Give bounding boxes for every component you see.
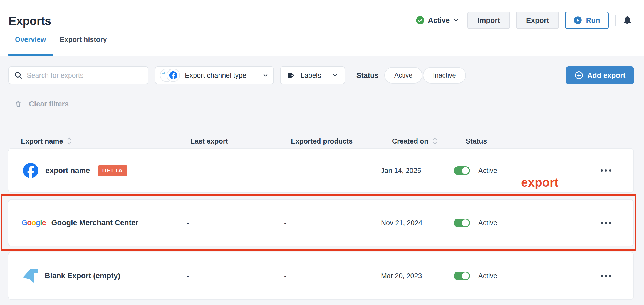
page-header: Exports Overview Export history Active I… <box>0 0 644 56</box>
status-filter-active[interactable]: Active <box>384 67 422 84</box>
created-on-value: Jan 14, 2025 <box>373 167 451 175</box>
facebook-icon <box>21 161 40 180</box>
exported-products-value: - <box>272 272 373 280</box>
column-header-exported-products: Exported products <box>271 137 373 145</box>
search-exports-box <box>8 66 148 84</box>
run-button-label: Run <box>586 16 600 25</box>
sort-icon[interactable] <box>67 137 72 146</box>
plus-circle-icon <box>574 71 583 80</box>
chevron-down-icon <box>453 17 459 23</box>
export-button[interactable]: Export <box>516 12 559 29</box>
search-icon <box>14 71 23 80</box>
tag-icon <box>287 71 296 80</box>
chevron-down-icon <box>262 72 269 79</box>
notifications-button[interactable] <box>622 14 633 26</box>
row-actions-menu-button[interactable] <box>601 167 611 174</box>
export-name[interactable]: Google Merchant Center <box>51 219 138 227</box>
column-header-status: Status <box>450 137 556 145</box>
status-filter-label: Status <box>356 71 378 80</box>
add-export-button[interactable]: Add export <box>566 66 634 84</box>
column-header-export-name[interactable]: Export name <box>21 137 177 146</box>
account-status-label: Active <box>428 16 450 25</box>
labels-dropdown[interactable]: Labels <box>280 66 345 84</box>
chevron-down-icon <box>332 72 338 79</box>
row-actions-menu-button[interactable] <box>601 219 611 227</box>
created-on-value: Nov 21, 2024 <box>373 219 451 227</box>
row-actions-menu-button[interactable] <box>601 272 611 280</box>
table-row-blank-export[interactable]: Blank Export (empty) - - Mar 20, 2023 Ac… <box>8 252 634 300</box>
status-toggle[interactable] <box>454 219 470 227</box>
google-logo: Google <box>21 218 46 227</box>
table-header-row: Export name Last export Exported product… <box>8 134 634 148</box>
delta-badge: DELTA <box>98 165 127 176</box>
status-filter-inactive[interactable]: Inactive <box>423 67 466 84</box>
facebook-circle-icon <box>167 69 180 82</box>
search-input[interactable] <box>27 71 143 79</box>
trash-icon <box>14 100 22 108</box>
last-export-value: - <box>177 167 272 175</box>
export-name[interactable]: Blank Export (empty) <box>45 272 120 280</box>
status-label: Active <box>478 272 497 280</box>
add-export-label: Add export <box>587 71 625 80</box>
labels-label: Labels <box>301 71 327 79</box>
check-circle-icon <box>416 16 425 25</box>
active-tab-underline <box>8 54 53 56</box>
topbar-divider <box>615 15 616 26</box>
table-row-export-name[interactable]: export name DELTA - - Jan 14, 2025 Activ… <box>8 148 634 193</box>
import-button[interactable]: Import <box>467 12 510 29</box>
exported-products-value: - <box>272 167 373 175</box>
run-button[interactable]: Run <box>565 12 609 29</box>
exported-products-value: - <box>272 219 373 227</box>
status-label: Active <box>478 219 497 227</box>
export-channel-type-dropdown[interactable]: Export channel type <box>155 66 274 84</box>
created-on-value: Mar 20, 2023 <box>373 272 451 280</box>
channel-type-icons <box>160 69 180 82</box>
channel-type-label: Export channel type <box>185 71 257 79</box>
status-label: Active <box>478 167 497 175</box>
tab-export-history[interactable]: Export history <box>60 36 107 44</box>
column-header-created-on[interactable]: Created on <box>373 137 450 146</box>
topbar-actions: Active Import Export Run <box>416 11 633 29</box>
status-toggle[interactable] <box>454 166 470 175</box>
last-export-value: - <box>177 272 272 280</box>
account-status-dropdown[interactable]: Active <box>416 16 459 25</box>
column-header-last-export: Last export <box>177 137 271 145</box>
table-row-google-merchant-center[interactable]: Google Google Merchant Center - - Nov 21… <box>8 199 634 246</box>
last-export-value: - <box>177 219 272 227</box>
clear-filters-button[interactable]: Clear filters <box>14 98 69 110</box>
window-scrollbar-edge <box>643 0 643 305</box>
tab-overview[interactable]: Overview <box>15 36 46 44</box>
bell-icon <box>622 15 632 26</box>
play-circle-icon <box>574 16 582 24</box>
clear-filters-label: Clear filters <box>29 100 69 108</box>
exports-page: Exports Overview Export history Active I… <box>0 0 644 305</box>
export-name[interactable]: export name <box>45 166 90 175</box>
page-title: Exports <box>9 14 51 28</box>
status-toggle[interactable] <box>454 272 470 280</box>
sort-icon[interactable] <box>432 137 437 146</box>
blank-export-icon <box>21 267 39 285</box>
